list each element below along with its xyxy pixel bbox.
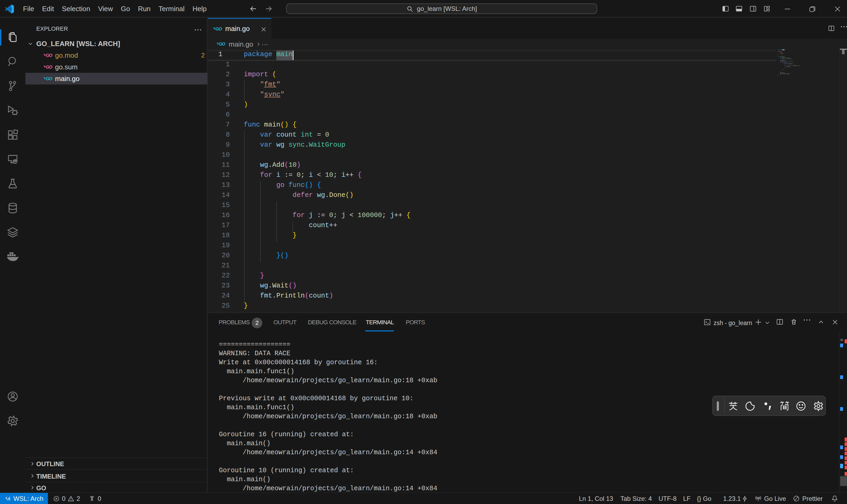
svg-text:GO: GO [219, 41, 225, 46]
svg-text:GO: GO [46, 53, 52, 58]
svg-text:GO: GO [215, 26, 222, 32]
svg-text:GO: GO [46, 65, 52, 70]
svg-text:GO: GO [46, 76, 52, 81]
